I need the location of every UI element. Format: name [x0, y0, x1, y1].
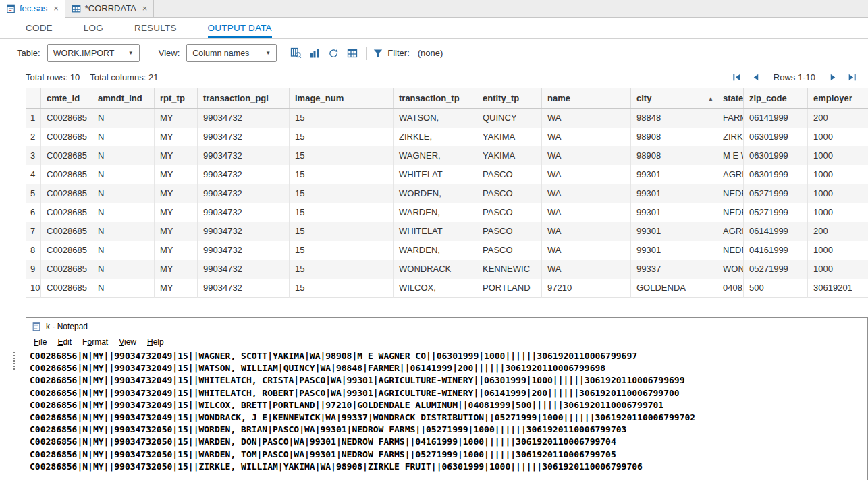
grid-cell[interactable]: YAKIMA	[477, 128, 542, 146]
grid-cell[interactable]: 05271999	[744, 184, 808, 203]
grid-cell[interactable]: WA	[542, 109, 631, 128]
grid-cell[interactable]: 1000	[808, 146, 868, 165]
table-row[interactable]: 4C0028685NMY9903473215WHITELATPASCOWA993…	[26, 165, 868, 184]
table-row[interactable]: 5C0028685NMY9903473215WORDEN,PASCOWA9930…	[26, 184, 868, 203]
grid-cell[interactable]: MY	[155, 184, 198, 203]
tab-output-data[interactable]: OUTPUT DATA	[208, 18, 272, 38]
grid-cell[interactable]: 05271999	[744, 260, 808, 279]
grid-cell[interactable]: 99034732	[198, 165, 290, 184]
column-header-transaction_tp[interactable]: transaction_tp	[394, 88, 477, 109]
grid-cell[interactable]: C0028685	[41, 165, 92, 184]
grid-cell[interactable]: 15	[290, 165, 394, 184]
grid-cell[interactable]: WA	[542, 203, 631, 222]
prev-page-button[interactable]	[751, 72, 761, 83]
column-header-city[interactable]: city▲	[631, 88, 717, 109]
row-number[interactable]: 2	[26, 128, 41, 146]
grid-cell[interactable]: MY	[155, 165, 198, 184]
grid-cell[interactable]: AGRICU	[717, 165, 744, 184]
grid-cell[interactable]: 200	[808, 222, 868, 241]
grid-cell[interactable]: C0028685	[41, 184, 92, 203]
row-number[interactable]: 9	[26, 260, 41, 279]
grid-cell[interactable]: PASCO	[477, 222, 542, 241]
grid-cell[interactable]: WORDEN,	[394, 184, 477, 203]
grid-cell[interactable]: N	[92, 128, 155, 146]
grid-cell[interactable]: 04081999	[717, 279, 744, 298]
table-row[interactable]: 3C0028685NMY9903473215WAGNER,YAKIMAWA989…	[26, 146, 868, 165]
close-tab-icon[interactable]: ×	[142, 4, 148, 13]
grid-cell[interactable]: MY	[155, 222, 198, 241]
grid-cell[interactable]: 99034732	[198, 260, 290, 279]
grid-cell[interactable]: C0028685	[41, 146, 92, 165]
grid-cell[interactable]: GOLDENDA	[631, 279, 717, 298]
grid-cell[interactable]: WARDEN,	[394, 241, 477, 260]
grid-cell[interactable]: WA	[542, 241, 631, 260]
grid-cell[interactable]: 04161999	[744, 241, 808, 260]
grid-cell[interactable]: C0028685	[41, 109, 92, 128]
row-number[interactable]: 6	[26, 203, 41, 222]
table-row[interactable]: 2C0028685NMY9903473215ZIRKLE,YAKIMAWA989…	[26, 128, 868, 146]
grid-cell[interactable]: WILCOX,	[394, 279, 477, 298]
grid-cell[interactable]: C0028685	[41, 203, 92, 222]
tab-corrdata[interactable]: *CORRDATA ×	[65, 0, 155, 17]
grid-cell[interactable]: 99301	[631, 241, 717, 260]
grid-cell[interactable]: 06301999	[744, 146, 808, 165]
column-header-employer[interactable]: employer	[808, 88, 868, 109]
next-page-button[interactable]	[828, 72, 838, 83]
column-header-entity_tp[interactable]: entity_tp	[477, 88, 542, 109]
column-header-state[interactable]: state	[717, 88, 744, 109]
grid-cell[interactable]: MY	[155, 109, 198, 128]
grid-cell[interactable]: WA	[542, 128, 631, 146]
grid-cell[interactable]: 1000	[808, 128, 868, 146]
grid-cell[interactable]: MY	[155, 203, 198, 222]
grid-cell[interactable]: N	[92, 222, 155, 241]
grid-cell[interactable]: 99034732	[198, 222, 290, 241]
grid-cell[interactable]: 15	[290, 128, 394, 146]
grid-cell[interactable]: N	[92, 146, 155, 165]
refresh-button[interactable]	[324, 44, 343, 62]
grid-cell[interactable]: 06141999	[744, 109, 808, 128]
column-header-zip_code[interactable]: zip_code	[744, 88, 808, 109]
grid-cell[interactable]: 98908	[631, 146, 717, 165]
grid-cell[interactable]: N	[92, 279, 155, 298]
grid-cell[interactable]: 06141999	[744, 222, 808, 241]
tab-results[interactable]: RESULTS	[134, 18, 177, 38]
sort-columns-button[interactable]	[305, 44, 324, 62]
grid-cell[interactable]: NEDROW	[717, 184, 744, 203]
row-number[interactable]: 3	[26, 146, 41, 165]
grid-cell[interactable]: 1000	[808, 241, 868, 260]
menu-view[interactable]: View	[113, 336, 142, 348]
grid-cell[interactable]: 1000	[808, 165, 868, 184]
table-properties-button[interactable]	[343, 44, 362, 62]
grid-cell[interactable]: 99034732	[198, 109, 290, 128]
grid-cell[interactable]: 200	[808, 109, 868, 128]
grid-cell[interactable]: ZIRKLE F	[717, 128, 744, 146]
grid-cell[interactable]: 1000	[808, 203, 868, 222]
tab-log[interactable]: LOG	[84, 18, 103, 38]
grid-cell[interactable]: WATSON,	[394, 109, 477, 128]
grid-cell[interactable]: 99034732	[198, 146, 290, 165]
grid-cell[interactable]: 99301	[631, 203, 717, 222]
grid-cell[interactable]: WA	[542, 222, 631, 241]
grid-cell[interactable]: PASCO	[477, 203, 542, 222]
grid-cell[interactable]: N	[92, 165, 155, 184]
grid-cell[interactable]: C0028685	[41, 222, 92, 241]
grid-cell[interactable]: M E WA	[717, 146, 744, 165]
grid-cell[interactable]: 99034732	[198, 184, 290, 203]
grid-cell[interactable]: WARDEN,	[394, 203, 477, 222]
grid-cell[interactable]: 99301	[631, 222, 717, 241]
grid-cell[interactable]: C0028685	[41, 260, 92, 279]
grid-cell[interactable]: YAKIMA	[477, 146, 542, 165]
grid-cell[interactable]: PORTLAND	[477, 279, 542, 298]
grid-cell[interactable]: 1000	[808, 184, 868, 203]
table-row[interactable]: 7C0028685NMY9903473215WHITELATPASCOWA993…	[26, 222, 868, 241]
grid-cell[interactable]: N	[92, 241, 155, 260]
grid-cell[interactable]: MY	[155, 146, 198, 165]
grid-cell[interactable]: MY	[155, 260, 198, 279]
last-page-button[interactable]	[846, 72, 857, 83]
grid-cell[interactable]: 15	[290, 184, 394, 203]
row-number[interactable]: 1	[26, 109, 41, 128]
grid-cell[interactable]: 99034732	[198, 279, 290, 298]
grid-cell[interactable]: MY	[155, 128, 198, 146]
grid-cell[interactable]: C0028685	[41, 128, 92, 146]
notepad-content[interactable]: C00286856|N|MY||99034732049|15||WAGNER, …	[26, 349, 867, 473]
